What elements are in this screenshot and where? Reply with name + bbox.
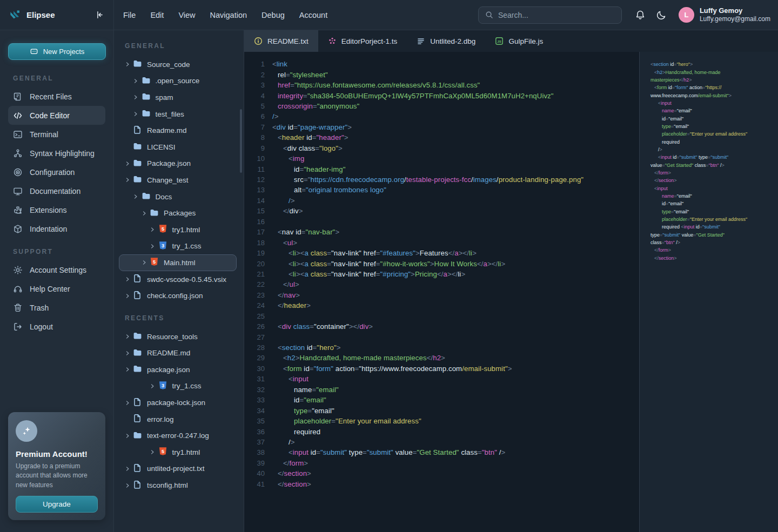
sidebar-item-syntax-highlighting[interactable]: Syntax Highlighting [8,144,105,163]
menu-view[interactable]: View [178,11,195,19]
chevron-right-icon[interactable] [123,177,132,183]
sidebar-item-extensions[interactable]: Extensions [8,200,105,219]
tree-item-change-test[interactable]: Change_test [119,172,237,188]
tree-item-readme-md[interactable]: README.md [119,345,237,362]
theme-toggle-button[interactable] [654,8,669,23]
code-line-17[interactable]: 17<nav id="nav-bar"> [244,227,639,237]
tab-gulpfile-js[interactable]: JSGulpFile.js [485,30,553,52]
code-line-33[interactable]: 33id="email" [244,395,639,405]
code-line-36[interactable]: 36required [244,426,639,436]
tree-item-packages[interactable]: Packages [119,205,237,221]
new-projects-button[interactable]: New Projects [8,43,106,60]
tree-item-resuorce-tools[interactable]: Resuorce_tools [119,328,237,345]
tree-item-package-json[interactable]: Package.json [119,156,237,172]
code-line-8[interactable]: 8<header id="header"> [244,132,639,143]
tree-item-try-1-css[interactable]: 3try_1.css [119,238,237,255]
menu-account[interactable]: Account [299,11,327,19]
tree-item-main-html[interactable]: 5Main.html [119,254,237,271]
menu-file[interactable]: File [123,11,136,19]
code-line-40[interactable]: 40</section> [244,468,639,479]
upgrade-button[interactable]: Upgrade [16,496,98,513]
code-line-15[interactable]: 15</div> [244,206,639,216]
tree-item-package-json[interactable]: package.json [119,361,237,378]
code-line-9[interactable]: 9<div class="logo"> [244,143,639,153]
tree-item-error-log[interactable]: error.log [119,411,237,428]
code-line-27[interactable]: 27 [244,332,639,342]
tree-item-open-source[interactable]: .open_source [119,73,237,90]
notifications-button[interactable] [633,8,648,23]
chevron-right-icon[interactable] [148,227,157,232]
tree-item-try-1-css[interactable]: 3try_1.css [119,378,237,395]
code-line-41[interactable]: 41</section> [244,479,639,489]
tree-item-try1-html[interactable]: 5try1.html [119,444,237,461]
chevron-right-icon[interactable] [123,62,132,67]
code-line-6[interactable]: 6/> [244,111,639,122]
tree-item-package-lock-json[interactable]: package-lock.json [119,394,237,411]
chevron-right-icon[interactable] [123,433,132,439]
code-line-13[interactable]: 13alt="original trombones logo" [244,185,639,195]
code-line-35[interactable]: 35placeholder="Enter your email address" [244,416,639,426]
chevron-right-icon[interactable] [123,351,132,356]
code-line-19[interactable]: 19<li><a class="nav-link" href="#feature… [244,248,639,258]
code-line-26[interactable]: 26<div class="container"></div> [244,321,639,332]
code-line-3[interactable]: 3href="https://use.fontawesome.com/relea… [244,80,639,90]
sidebar-item-logout[interactable]: Logout [8,317,105,336]
chevron-right-icon[interactable] [148,449,157,455]
sidebar-item-indentation[interactable]: Indentation [8,219,105,238]
code-line-12[interactable]: 12src="https://cdn.freecodecamp.org/test… [244,174,639,185]
code-line-14[interactable]: 14/> [244,196,639,206]
tree-item-tsconfig-html[interactable]: tsconfig.html [119,477,237,494]
chevron-right-icon[interactable] [123,277,132,282]
code-line-22[interactable]: 22</ul> [244,279,639,289]
tree-item-docs[interactable]: Docs [119,188,237,205]
sidebar-item-code-editor[interactable]: Code Editor [8,106,105,125]
code-line-11[interactable]: 11id="header-img" [244,164,639,174]
code-line-23[interactable]: 23</nav> [244,290,639,300]
code-line-31[interactable]: 31<input [244,374,639,384]
chevron-right-icon[interactable] [123,367,132,372]
code-line-32[interactable]: 32name="email" [244,385,639,395]
chevron-right-icon[interactable] [123,161,132,166]
tab-editorporject-1-ts[interactable]: EditorPorject-1.ts [318,30,407,52]
sidebar-item-account-settings[interactable]: Account Settings [8,260,105,279]
chevron-right-icon[interactable] [148,383,157,389]
sidebar-item-trash[interactable]: Trash [8,298,105,317]
code-editor[interactable]: 1<link2rel="stylesheet"3href="https://us… [244,52,639,532]
menu-edit[interactable]: Edit [150,11,164,19]
code-line-2[interactable]: 2rel="stylesheet" [244,69,639,79]
tree-item-spam[interactable]: spam [119,89,237,106]
tree-item-source-code[interactable]: Source_code [119,56,237,73]
sidebar-collapse-button[interactable] [93,9,106,21]
tab-readme-txt[interactable]: README.txt [244,30,318,52]
chevron-right-icon[interactable] [123,483,132,488]
chevron-right-icon[interactable] [139,211,149,216]
code-line-18[interactable]: 18<ul> [244,237,639,247]
minimap[interactable]: <section id="hero"><h2>Handcrafted, home… [639,52,778,532]
chevron-right-icon[interactable] [123,466,132,472]
sidebar-item-terminal[interactable]: Terminal [8,125,105,144]
chevron-right-icon[interactable] [131,111,140,117]
tree-item-untlited-project-txt[interactable]: untlited-project.txt [119,461,237,477]
tree-item-swdc-vscode-0-5-45-vsix[interactable]: swdc-vscode-0.5.45.vsix [119,271,237,288]
code-line-24[interactable]: 24</header> [244,300,639,311]
code-line-34[interactable]: 34type="email" [244,405,639,415]
sidebar-item-help-center[interactable]: Help Center [8,279,105,298]
code-line-37[interactable]: 37/> [244,437,639,447]
chevron-right-icon[interactable] [148,244,157,249]
tree-item-try1-html[interactable]: 5try1.html [119,221,237,238]
tree-item-licensi[interactable]: LICENSI [119,139,237,156]
search-input[interactable] [498,11,615,19]
sidebar-item-documentation[interactable]: Documentation [8,181,105,200]
code-line-7[interactable]: 7<div id="page-wrapper"> [244,122,639,132]
tree-item-text-error-0-247-log[interactable]: text-error-0.247.log [119,427,237,444]
code-line-29[interactable]: 29<h2>Handcrafted, home-made masterpiece… [244,353,639,363]
code-line-1[interactable]: 1<link [244,59,639,69]
code-line-16[interactable]: 16 [244,217,639,227]
tab-untlited-2-dbg[interactable]: Untlited-2.dbg [407,30,485,52]
code-line-21[interactable]: 21<li><a class="nav-link" href="#pricing… [244,269,639,279]
user-menu[interactable]: L Luffy Gemoy Luffy.gemoy@gmail.com [679,6,770,23]
code-line-30[interactable]: 30<form id="form" action="https://www.fr… [244,363,639,374]
chevron-right-icon[interactable] [123,334,132,339]
sidebar-item-recent-files[interactable]: Recent Files [8,87,105,106]
sidebar-item-configuration[interactable]: Configuration [8,163,105,181]
